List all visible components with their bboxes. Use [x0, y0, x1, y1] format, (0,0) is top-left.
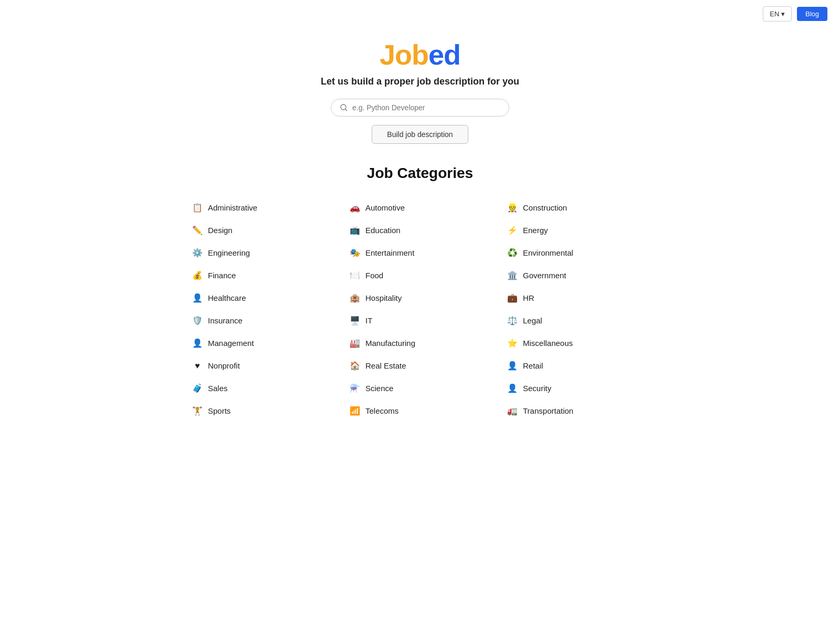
- entertainment-icon: 🎭: [350, 248, 360, 258]
- government-icon: 🏛️: [507, 270, 518, 280]
- engineering-icon: ⚙️: [192, 248, 203, 258]
- security-icon: 👤: [507, 383, 518, 393]
- category-label: Hospitality: [365, 293, 402, 302]
- legal-icon: ⚖️: [507, 316, 518, 326]
- category-label: Design: [208, 226, 233, 235]
- category-item-education[interactable]: 📺Education: [341, 219, 499, 242]
- category-item-it[interactable]: 🖥️IT: [341, 309, 499, 332]
- category-item-science[interactable]: ⚗️Science: [341, 377, 499, 400]
- category-label: IT: [365, 316, 372, 325]
- category-item-telecoms[interactable]: 📶Telecoms: [341, 400, 499, 422]
- manufacturing-icon: 🏭: [350, 338, 360, 348]
- sports-icon: 🏋️: [192, 406, 203, 416]
- category-label: Insurance: [208, 316, 243, 325]
- healthcare-icon: 👤: [192, 293, 203, 303]
- category-item-environmental[interactable]: ♻️Environmental: [499, 242, 656, 264]
- logo-part1: Job: [380, 39, 428, 70]
- administrative-icon: 📋: [192, 203, 203, 213]
- category-item-sports[interactable]: 🏋️Sports: [184, 400, 341, 422]
- hr-icon: 💼: [507, 293, 518, 303]
- category-item-management[interactable]: 👤Management: [184, 332, 341, 354]
- category-item-design[interactable]: ✏️Design: [184, 219, 341, 242]
- category-label: Administrative: [208, 203, 257, 212]
- telecoms-icon: 📶: [350, 406, 360, 416]
- transportation-icon: 🚛: [507, 406, 518, 416]
- energy-icon: ⚡: [507, 225, 518, 235]
- search-container: [331, 99, 509, 117]
- category-item-engineering[interactable]: ⚙️Engineering: [184, 242, 341, 264]
- finance-icon: 💰: [192, 270, 203, 280]
- svg-line-1: [345, 109, 348, 111]
- hero-section: Jobed Let us build a proper job descript…: [0, 28, 840, 165]
- miscellaneous-icon: ⭐: [507, 338, 518, 348]
- search-icon: [340, 103, 348, 112]
- category-label: Construction: [523, 203, 567, 212]
- category-label: Security: [523, 384, 551, 393]
- lang-selector[interactable]: EN ▾: [763, 6, 792, 22]
- category-item-healthcare[interactable]: 👤Healthcare: [184, 287, 341, 309]
- category-item-hr[interactable]: 💼HR: [499, 287, 656, 309]
- category-label: Finance: [208, 271, 236, 280]
- category-label: Telecoms: [365, 406, 398, 415]
- category-label: Nonprofit: [208, 361, 240, 370]
- category-label: Environmental: [523, 248, 573, 257]
- it-icon: 🖥️: [350, 316, 360, 326]
- category-item-nonprofit[interactable]: ♥️Nonprofit: [184, 354, 341, 377]
- build-job-description-button[interactable]: Build job description: [372, 125, 468, 144]
- education-icon: 📺: [350, 225, 360, 235]
- category-label: Sales: [208, 384, 228, 393]
- category-item-administrative[interactable]: 📋Administrative: [184, 196, 341, 219]
- automotive-icon: 🚗: [350, 203, 360, 213]
- category-label: Education: [365, 226, 401, 235]
- category-item-transportation[interactable]: 🚛Transportation: [499, 400, 656, 422]
- category-item-government[interactable]: 🏛️Government: [499, 264, 656, 287]
- category-item-construction[interactable]: 👷Construction: [499, 196, 656, 219]
- category-item-energy[interactable]: ⚡Energy: [499, 219, 656, 242]
- chevron-down-icon: ▾: [781, 10, 785, 18]
- tagline: Let us build a proper job description fo…: [321, 76, 519, 87]
- category-label: Healthcare: [208, 293, 246, 302]
- category-label: Science: [365, 384, 393, 393]
- category-item-automotive[interactable]: 🚗Automotive: [341, 196, 499, 219]
- construction-icon: 👷: [507, 203, 518, 213]
- hospitality-icon: 🏨: [350, 293, 360, 303]
- categories-section: Job Categories 📋Administrative🚗Automotiv…: [0, 165, 840, 422]
- category-label: Entertainment: [365, 248, 414, 257]
- category-item-manufacturing[interactable]: 🏭Manufacturing: [341, 332, 499, 354]
- category-item-insurance[interactable]: 🛡️Insurance: [184, 309, 341, 332]
- environmental-icon: ♻️: [507, 248, 518, 258]
- category-label: Energy: [523, 226, 548, 235]
- category-label: Legal: [523, 316, 542, 325]
- blog-button[interactable]: Blog: [797, 7, 827, 21]
- category-label: Manufacturing: [365, 339, 415, 348]
- category-item-retail[interactable]: 👤Retail: [499, 354, 656, 377]
- science-icon: ⚗️: [350, 383, 360, 393]
- lang-label: EN: [770, 10, 779, 18]
- category-item-miscellaneous[interactable]: ⭐Miscellaneous: [499, 332, 656, 354]
- categories-title: Job Categories: [367, 165, 473, 182]
- search-input[interactable]: [352, 103, 500, 112]
- category-item-entertainment[interactable]: 🎭Entertainment: [341, 242, 499, 264]
- category-label: Engineering: [208, 248, 250, 257]
- real-estate-icon: 🏠: [350, 361, 360, 371]
- design-icon: ✏️: [192, 225, 203, 235]
- category-item-legal[interactable]: ⚖️Legal: [499, 309, 656, 332]
- category-item-food[interactable]: 🍽️Food: [341, 264, 499, 287]
- category-item-real-estate[interactable]: 🏠Real Estate: [341, 354, 499, 377]
- food-icon: 🍽️: [350, 270, 360, 280]
- logo-part2: ed: [428, 39, 460, 70]
- category-label: Automotive: [365, 203, 405, 212]
- category-label: Sports: [208, 406, 230, 415]
- category-item-security[interactable]: 👤Security: [499, 377, 656, 400]
- category-item-sales[interactable]: 🧳Sales: [184, 377, 341, 400]
- category-item-finance[interactable]: 💰Finance: [184, 264, 341, 287]
- logo: Jobed: [380, 38, 460, 71]
- category-label: Retail: [523, 361, 543, 370]
- insurance-icon: 🛡️: [192, 316, 203, 326]
- category-label: Miscellaneous: [523, 339, 573, 348]
- navbar: EN ▾ Blog: [0, 0, 840, 28]
- category-label: Government: [523, 271, 566, 280]
- category-label: Real Estate: [365, 361, 406, 370]
- category-label: Food: [365, 271, 383, 280]
- category-item-hospitality[interactable]: 🏨Hospitality: [341, 287, 499, 309]
